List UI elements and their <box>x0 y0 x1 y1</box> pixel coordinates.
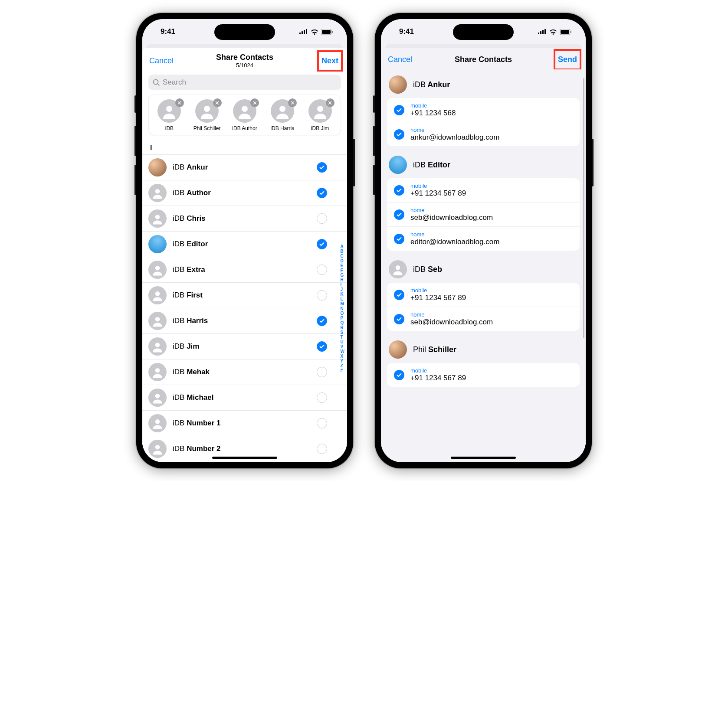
index-letter[interactable]: Q <box>341 320 344 325</box>
contact-row[interactable]: iDB Editor <box>142 231 347 257</box>
selected-chip[interactable]: ✕ Phil Schiller <box>189 99 225 131</box>
home-indicator[interactable] <box>451 457 516 459</box>
index-letter[interactable]: M <box>341 301 344 306</box>
checkbox[interactable] <box>317 188 327 198</box>
field-checkbox[interactable] <box>394 234 404 244</box>
contact-row[interactable]: iDB Ankur <box>142 154 347 180</box>
contact-name: iDB Number 1 <box>173 419 311 428</box>
index-letter[interactable]: K <box>341 292 344 297</box>
index-letter[interactable]: J <box>341 287 344 292</box>
contact-row[interactable]: iDB Extra <box>142 257 347 282</box>
checkbox[interactable] <box>317 265 327 275</box>
index-letter[interactable]: L <box>341 297 344 301</box>
remove-chip-icon[interactable]: ✕ <box>250 98 259 107</box>
index-letter[interactable]: E <box>341 263 344 268</box>
selected-chip[interactable]: ✕ iDB Jim <box>302 99 338 131</box>
contact-row[interactable]: iDB Harris <box>142 308 347 333</box>
status-indicators <box>538 29 572 35</box>
contact-name: Phil Schiller <box>413 345 456 354</box>
svg-point-31 <box>396 265 400 270</box>
field-checkbox[interactable] <box>394 129 404 140</box>
index-letter[interactable]: B <box>341 249 344 254</box>
index-letter[interactable]: D <box>341 258 344 263</box>
remove-chip-icon[interactable]: ✕ <box>288 98 297 107</box>
index-letter[interactable]: V <box>341 344 344 349</box>
field-checkbox[interactable] <box>394 290 404 300</box>
next-button[interactable]: Next <box>310 56 340 65</box>
field-checkbox[interactable] <box>394 209 404 220</box>
index-letter[interactable]: H <box>341 278 344 282</box>
checkbox[interactable] <box>317 367 327 377</box>
field-row[interactable]: home ankur@idownloadblog.com <box>387 122 580 146</box>
field-row[interactable]: mobile +91 1234 567 89 <box>387 283 580 307</box>
contacts-list[interactable]: ABCDEFGHIJKLMNOPQRSTUVWXYZ# iDB Ankur iD… <box>142 154 347 462</box>
field-row[interactable]: mobile +91 1234 567 89 <box>387 363 580 387</box>
index-letter[interactable]: T <box>341 335 344 340</box>
contact-avatar <box>148 337 167 356</box>
home-indicator[interactable] <box>212 457 277 459</box>
checkbox[interactable] <box>317 290 327 301</box>
remove-chip-icon[interactable]: ✕ <box>326 98 334 107</box>
alpha-index[interactable]: ABCDEFGHIJKLMNOPQRSTUVWXYZ# <box>340 154 345 462</box>
contact-avatar <box>389 260 407 278</box>
field-checkbox[interactable] <box>394 314 404 324</box>
field-row[interactable]: mobile +91 1234 567 89 <box>387 178 580 202</box>
index-letter[interactable]: G <box>341 273 344 278</box>
selected-chip[interactable]: ✕ iDB Harris <box>264 99 300 131</box>
checkbox[interactable] <box>317 239 327 249</box>
contact-avatar <box>148 184 167 202</box>
index-letter[interactable]: X <box>341 354 344 359</box>
field-row[interactable]: home seb@idownloadblog.com <box>387 307 580 331</box>
nav-bar: Cancel Share Contacts Send <box>381 48 586 69</box>
send-button[interactable]: Send <box>548 55 579 64</box>
contact-row[interactable]: iDB First <box>142 282 347 308</box>
scrollbar[interactable] <box>583 78 584 338</box>
checkbox[interactable] <box>317 392 327 403</box>
contact-row[interactable]: iDB Number 1 <box>142 410 347 436</box>
contact-name: iDB Number 2 <box>173 444 311 453</box>
search-field[interactable]: Search <box>148 75 341 90</box>
svg-point-14 <box>155 189 160 194</box>
checkbox[interactable] <box>317 444 327 454</box>
index-letter[interactable]: Y <box>341 359 344 363</box>
contact-row[interactable]: iDB Jim <box>142 333 347 359</box>
index-letter[interactable]: I <box>341 282 344 287</box>
field-checkbox[interactable] <box>394 370 404 380</box>
cancel-button[interactable]: Cancel <box>388 55 418 64</box>
selected-chip[interactable]: ✕ iDB <box>151 99 187 131</box>
checkbox[interactable] <box>317 213 327 224</box>
field-checkbox[interactable] <box>394 105 404 115</box>
index-letter[interactable]: C <box>341 254 344 258</box>
checkbox[interactable] <box>317 418 327 428</box>
field-row[interactable]: mobile +91 1234 568 <box>387 98 580 122</box>
index-letter[interactable]: Z <box>341 363 344 368</box>
contact-row[interactable]: iDB Michael <box>142 385 347 410</box>
checkbox[interactable] <box>317 341 327 352</box>
contact-row[interactable]: iDB Mehak <box>142 359 347 385</box>
checkbox[interactable] <box>317 316 327 326</box>
index-letter[interactable]: S <box>341 330 344 335</box>
contact-row[interactable]: iDB Author <box>142 180 347 206</box>
remove-chip-icon[interactable]: ✕ <box>175 98 184 107</box>
index-letter[interactable]: F <box>341 268 344 273</box>
index-letter[interactable]: P <box>341 316 344 320</box>
svg-point-16 <box>155 266 160 271</box>
index-letter[interactable]: U <box>341 340 344 344</box>
index-letter[interactable]: R <box>341 325 344 330</box>
remove-chip-icon[interactable]: ✕ <box>213 98 222 107</box>
selected-chip[interactable]: ✕ iDB Author <box>227 99 263 131</box>
index-letter[interactable]: O <box>341 311 344 316</box>
cancel-button[interactable]: Cancel <box>149 56 180 65</box>
svg-line-8 <box>157 84 159 85</box>
share-preview-list[interactable]: iDB Ankur mobile +91 1234 568 home ankur… <box>381 69 586 462</box>
index-letter[interactable]: A <box>341 244 344 249</box>
contact-row[interactable]: iDB Chris <box>142 206 347 231</box>
index-letter[interactable]: N <box>341 306 344 311</box>
checkbox[interactable] <box>317 162 327 173</box>
index-letter[interactable]: # <box>341 368 344 373</box>
field-row[interactable]: home seb@idownloadblog.com <box>387 202 580 226</box>
contact-name: iDB Editor <box>173 240 311 248</box>
field-checkbox[interactable] <box>394 185 404 196</box>
field-row[interactable]: home editor@idownloadblog.com <box>387 226 580 251</box>
index-letter[interactable]: W <box>341 349 344 354</box>
